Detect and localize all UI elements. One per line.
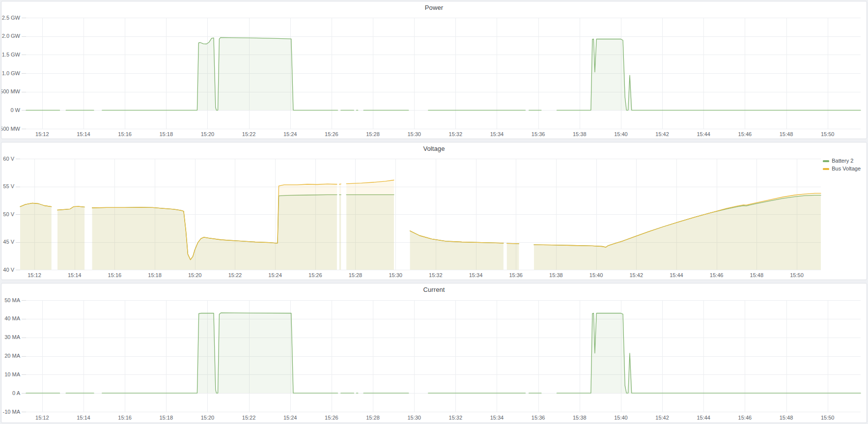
x-tick-label: 15:34 [490,131,504,137]
x-tick-label: 15:28 [349,272,363,278]
y-tick-label: 10 MA [4,371,20,377]
legend-item-bus-voltage[interactable]: Bus Voltage [822,165,862,172]
x-tick-label: 15:38 [573,415,587,421]
x-tick-label: 15:42 [629,272,643,278]
y-tick-label: 30 MA [4,334,20,340]
x-tick-label: 15:46 [738,131,752,137]
x-tick-label: 15:12 [35,131,49,137]
x-tick-label: 15:48 [750,272,764,278]
x-tick-label: 15:18 [148,272,162,278]
x-tick-label: 15:18 [160,131,173,137]
x-tick-label: 15:12 [28,272,41,278]
x-tick-label: 15:26 [325,131,338,137]
x-tick-label: 15:14 [77,131,90,137]
x-tick-label: 15:40 [614,131,628,137]
x-tick-label: 15:46 [710,272,724,278]
x-tick-label: 15:32 [429,272,443,278]
y-tick-label: -10 MA [3,409,21,415]
x-tick-label: 15:50 [790,272,804,278]
x-tick-label: 15:12 [35,415,49,421]
panel-voltage: 15:1215:1415:1615:1815:2015:2215:2415:26… [1,142,867,280]
x-tick-label: 15:34 [469,272,483,278]
x-tick-label: 15:24 [283,415,297,421]
current-chart-svg: 15:1215:1415:1615:1815:2015:2215:2415:26… [1,283,866,423]
y-tick-label: 50 MA [4,297,20,303]
voltage-chart-svg: 15:1215:1415:1615:1815:2015:2215:2415:26… [1,142,866,280]
panel-current: 15:1215:1415:1615:1815:2015:2215:2415:26… [1,283,867,423]
x-tick-label: 15:22 [242,131,256,137]
x-tick-label: 15:40 [614,415,628,421]
y-tick-label: 40 V [3,267,14,273]
x-tick-label: 15:26 [325,415,338,421]
x-tick-label: 15:42 [655,131,669,137]
y-tick-label: 0 A [12,390,21,396]
power-chart[interactable]: 15:1215:1415:1615:1815:2015:2215:2415:26… [1,1,867,139]
x-tick-label: 15:38 [549,272,563,278]
x-tick-label: 15:18 [160,415,173,421]
x-tick-label: 15:16 [118,131,132,137]
x-tick-label: 15:36 [509,272,523,278]
x-tick-label: 15:24 [283,131,297,137]
x-tick-label: 15:20 [188,272,202,278]
x-tick-label: 15:30 [389,272,402,278]
y-tick-label: 60 V [3,156,14,162]
series-fill-power [26,37,861,110]
x-tick-label: 15:44 [670,272,683,278]
y-tick-label: 2.5 GW [2,15,21,21]
x-tick-label: 15:16 [108,272,122,278]
y-tick-label: 0 W [10,107,20,113]
voltage-chart[interactable]: 15:1215:1415:1615:1815:2015:2215:2415:26… [1,142,867,280]
y-tick-label: 20 MA [4,353,20,359]
y-tick-label: 2.0 GW [2,33,21,39]
power-chart-svg: 15:1215:1415:1615:1815:2015:2215:2415:26… [1,1,866,139]
x-tick-label: 15:14 [77,415,90,421]
x-tick-label: 15:28 [366,415,380,421]
x-tick-label: 15:32 [449,131,463,137]
dashboard: 15:1215:1415:1615:1815:2015:2215:2415:26… [0,0,868,424]
legend-swatch-battery-2 [823,160,829,162]
x-tick-label: 15:22 [228,272,242,278]
x-tick-label: 15:42 [655,415,669,421]
x-tick-label: 15:28 [366,131,380,137]
x-tick-label: 15:32 [449,415,463,421]
legend-swatch-bus-voltage [823,168,829,170]
y-tick-label: 50 V [3,211,14,217]
series-fill-current [26,313,861,394]
x-tick-label: 15:48 [780,415,793,421]
x-tick-label: 15:36 [532,131,545,137]
y-tick-label: 45 V [3,239,14,245]
y-tick-label: 55 V [3,183,14,189]
x-tick-label: 15:24 [268,272,282,278]
x-tick-label: 15:20 [201,131,215,137]
current-chart[interactable]: 15:1215:1415:1615:1815:2015:2215:2415:26… [1,283,867,423]
x-tick-label: 15:44 [697,415,710,421]
y-tick-label: 1.0 GW [2,70,21,76]
legend-label-battery-2: Battery 2 [832,158,853,164]
x-tick-label: 15:40 [589,272,603,278]
voltage-legend: Battery 2 Bus Voltage [822,157,862,172]
x-tick-label: 15:16 [118,415,132,421]
x-tick-label: 15:50 [821,131,835,137]
x-tick-label: 15:34 [490,415,504,421]
legend-label-bus-voltage: Bus Voltage [832,166,861,172]
x-tick-label: 15:36 [532,415,545,421]
x-tick-label: 15:48 [780,131,793,137]
x-tick-label: 15:44 [697,131,710,137]
series-fill-bus-voltage [20,180,821,270]
x-tick-label: 15:30 [407,415,421,421]
series-line-current [26,313,861,394]
x-tick-label: 15:22 [242,415,256,421]
x-tick-label: 15:30 [407,131,421,137]
legend-item-battery-2[interactable]: Battery 2 [822,157,862,165]
x-tick-label: 15:26 [308,272,322,278]
x-tick-label: 15:38 [573,131,587,137]
y-tick-label: 500 MW [1,88,21,94]
y-tick-label: -500 MW [1,126,21,132]
y-tick-label: 40 MA [4,315,20,321]
series-line-power [26,37,861,110]
panel-power: 15:1215:1415:1615:1815:2015:2215:2415:26… [1,1,867,139]
x-tick-label: 15:46 [738,415,752,421]
x-tick-label: 15:14 [68,272,82,278]
x-tick-label: 15:50 [821,415,835,421]
x-tick-label: 15:20 [201,415,215,421]
